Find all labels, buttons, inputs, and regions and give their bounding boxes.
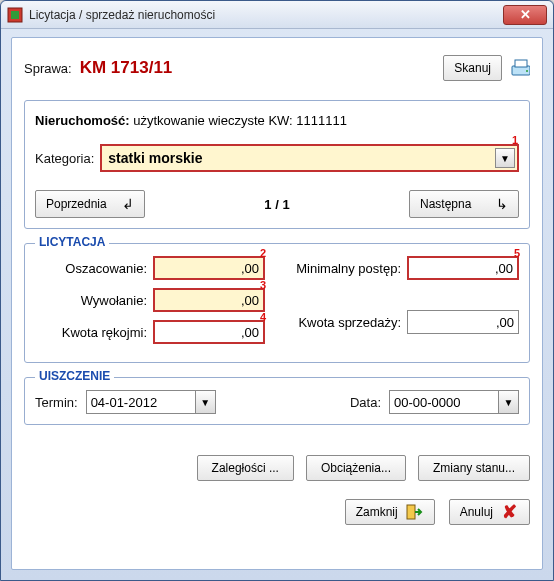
data-label: Data: [350, 395, 381, 410]
window-title: Licytacja / sprzedaż nieruchomości [29, 8, 215, 22]
app-window: Licytacja / sprzedaż nieruchomości ✕ Spr… [0, 0, 554, 581]
termin-date-field[interactable]: ▼ [86, 390, 216, 414]
oszacowanie-input[interactable] [153, 256, 265, 280]
min-postep-input[interactable] [407, 256, 519, 280]
close-icon: ✕ [520, 7, 531, 22]
prev-button[interactable]: Poprzednia ↲ [35, 190, 145, 218]
termin-label: Termin: [35, 395, 78, 410]
required-marker-2: 2 [260, 247, 266, 259]
nieruchomosc-label: Nieruchomość: [35, 113, 130, 128]
kategoria-dropdown-button[interactable]: ▼ [495, 148, 515, 168]
zmiany-label: Zmiany stanu... [433, 461, 515, 475]
obciazenia-label: Obciążenia... [321, 461, 391, 475]
oszacowanie-label: Oszacowanie: [65, 261, 147, 276]
zaleglsci-label: Zaległości ... [212, 461, 279, 475]
action-buttons-row: Zaległości ... Obciążenia... Zmiany stan… [24, 455, 530, 481]
zamknij-label: Zamknij [356, 505, 398, 519]
svg-rect-3 [515, 60, 527, 67]
required-marker-4: 4 [260, 311, 266, 323]
wywolanie-input[interactable] [153, 288, 265, 312]
chevron-down-icon: ▼ [500, 153, 510, 164]
required-marker-5: 5 [514, 247, 520, 259]
obciazenia-button[interactable]: Obciążenia... [306, 455, 406, 481]
skanuj-label: Skanuj [454, 61, 491, 75]
chevron-down-icon: ▼ [200, 397, 210, 408]
page-indicator: 1 / 1 [264, 197, 289, 212]
data-date-field[interactable]: ▼ [389, 390, 519, 414]
cancel-x-icon: ✘ [499, 502, 519, 522]
zmiany-button[interactable]: Zmiany stanu... [418, 455, 530, 481]
rekojmia-input[interactable] [153, 320, 265, 344]
svg-point-4 [526, 70, 528, 72]
zaleglsci-button[interactable]: Zaległości ... [197, 455, 294, 481]
licytacja-legend: LICYTACJA [35, 235, 109, 249]
svg-rect-5 [407, 505, 415, 519]
anuluj-label: Anuluj [460, 505, 493, 519]
prev-label: Poprzednia [46, 197, 107, 211]
data-dropdown-button[interactable]: ▼ [499, 390, 519, 414]
next-button[interactable]: Następna ↳ [409, 190, 519, 218]
sprawa-label: Sprawa: [24, 61, 72, 76]
kategoria-combo[interactable]: 1 statki morskie ▼ [100, 144, 519, 172]
min-postep-label: Minimalny postęp: [296, 261, 401, 276]
arrow-prev-icon: ↲ [122, 196, 134, 212]
arrow-next-icon: ↳ [496, 196, 508, 212]
zamknij-button[interactable]: Zamknij [345, 499, 435, 525]
required-marker-3: 3 [260, 279, 266, 291]
exit-door-icon [404, 502, 424, 522]
svg-rect-1 [11, 11, 19, 19]
sprawa-value: KM 1713/11 [80, 58, 173, 78]
kategoria-label: Kategoria: [35, 151, 94, 166]
chevron-down-icon: ▼ [504, 397, 514, 408]
kategoria-value: statki morskie [102, 150, 202, 166]
next-label: Następna [420, 197, 471, 211]
rekojmia-label: Kwota rękojmi: [62, 325, 147, 340]
uiszczenie-legend: UISZCZENIE [35, 369, 114, 383]
termin-input[interactable] [86, 390, 196, 414]
app-icon [7, 7, 23, 23]
titlebar: Licytacja / sprzedaż nieruchomości ✕ [1, 1, 553, 29]
kwota-sprzedazy-label: Kwota sprzedaży: [298, 315, 401, 330]
kwota-sprzedazy-input[interactable] [407, 310, 519, 334]
window-close-button[interactable]: ✕ [503, 5, 547, 25]
bottom-buttons-row: Zamknij Anuluj ✘ [24, 499, 530, 525]
header-row: Sprawa: KM 1713/11 Skanuj [24, 52, 530, 84]
licytacja-group: LICYTACJA 2 Oszacowanie: 3 Wywołanie: 4 [24, 243, 530, 363]
anuluj-button[interactable]: Anuluj ✘ [449, 499, 530, 525]
nieruchomosc-group: Nieruchomość: użytkowanie wieczyste KW: … [24, 100, 530, 229]
required-marker-1: 1 [512, 134, 518, 146]
wywolanie-label: Wywołanie: [81, 293, 147, 308]
client-area: Sprawa: KM 1713/11 Skanuj Nieruchomość: … [11, 37, 543, 570]
uiszczenie-group: UISZCZENIE Termin: ▼ Data: ▼ [24, 377, 530, 425]
data-input[interactable] [389, 390, 499, 414]
nieruchomosc-line: Nieruchomość: użytkowanie wieczyste KW: … [35, 113, 519, 128]
nieruchomosc-value: użytkowanie wieczyste KW: 1111111 [133, 113, 347, 128]
skanuj-button[interactable]: Skanuj [443, 55, 502, 81]
scanner-icon[interactable] [510, 58, 530, 78]
termin-dropdown-button[interactable]: ▼ [196, 390, 216, 414]
